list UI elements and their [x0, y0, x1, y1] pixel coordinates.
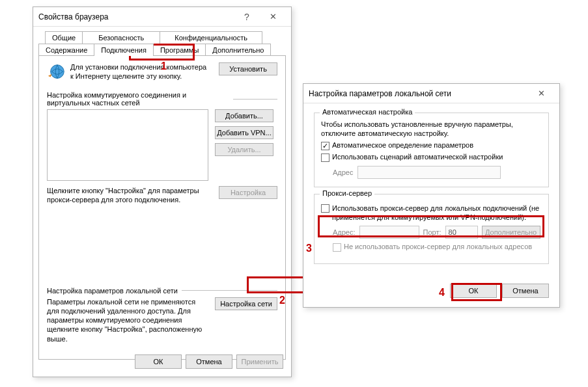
dialog-buttons: ОК Отмена — [450, 284, 549, 298]
close-button[interactable]: ✕ — [260, 8, 286, 26]
titlebar: Настройка параметров локальной сети ✕ — [303, 84, 559, 103]
tab-connections[interactable]: Подключения — [94, 44, 154, 56]
divider — [182, 290, 277, 291]
lan-label: Настройка параметров локальной сети — [47, 287, 178, 295]
use-script-label: Использовать сценарий автоматической нас… — [332, 153, 503, 161]
internet-properties-window: Свойства браузера ? ✕ Общие Безопасность… — [33, 7, 292, 377]
cancel-button[interactable]: Отмена — [186, 354, 232, 369]
help-button[interactable]: ? — [234, 8, 260, 26]
tabs-container: Общие Безопасность Конфиденциальность Со… — [33, 27, 291, 360]
script-address-input[interactable] — [357, 166, 501, 179]
tab-security[interactable]: Безопасность — [82, 31, 160, 44]
use-proxy-checkbox[interactable] — [321, 204, 329, 213]
auto-detect-label: Автоматическое определение параметров — [332, 141, 473, 149]
proxy-port-label: Порт: — [423, 228, 441, 236]
bypass-local-label: Не использовать прокси-сервер для локаль… — [344, 243, 532, 250]
advanced-button[interactable]: Дополнительно — [482, 226, 540, 239]
connections-listbox[interactable] — [47, 109, 208, 181]
lan-section: Настройка параметров локальной сети Пара… — [47, 287, 277, 343]
use-script-checkbox[interactable] — [321, 153, 329, 162]
window-body: Автоматическая настройка Чтобы использов… — [303, 103, 559, 307]
window-title: Свойства браузера — [38, 12, 234, 21]
add-button[interactable]: Добавить... — [215, 109, 273, 122]
dialup-label: Настройка коммутируемого соединения и ви… — [47, 91, 229, 107]
remove-button[interactable]: Удалить... — [215, 143, 273, 156]
tabs-row-1: Общие Безопасность Конфиденциальность — [38, 31, 286, 43]
settings-hint: Щелкните кнопку "Настройка" для параметр… — [47, 186, 203, 205]
lan-hint: Параметры локальной сети не применяются … — [47, 297, 203, 343]
script-address-label: Адрес — [333, 168, 354, 176]
tab-privacy[interactable]: Конфиденциальность — [160, 31, 262, 44]
callout-4: 4 — [439, 287, 445, 299]
ok-button[interactable]: ОК — [450, 284, 497, 298]
tab-programs[interactable]: Программы — [153, 44, 206, 56]
titlebar: Свойства браузера ? ✕ — [33, 7, 291, 27]
dialup-section: Настройка коммутируемого соединения и ви… — [47, 91, 277, 205]
use-proxy-label: Использовать прокси-сервер для локальных… — [332, 204, 542, 222]
tab-advanced[interactable]: Дополнительно — [205, 44, 271, 56]
callout-3: 3 — [306, 243, 312, 254]
auto-detect-checkbox[interactable] — [321, 142, 329, 150]
setup-row: Для установки подключения компьютера к И… — [47, 62, 277, 82]
proxy-address-input[interactable] — [359, 226, 419, 239]
auto-text: Чтобы использовать установленные вручную… — [321, 120, 542, 139]
svg-point-0 — [51, 65, 64, 79]
tab-panel-connections: Для установки подключения компьютера к И… — [38, 55, 286, 360]
dialog-buttons: ОК Отмена Применить — [135, 354, 283, 369]
proxy-legend: Прокси-сервер — [320, 189, 374, 197]
window-title: Настройка параметров локальной сети — [309, 89, 528, 98]
install-button[interactable]: Установить — [219, 62, 277, 75]
apply-button[interactable]: Применить — [236, 354, 283, 369]
auto-config-group: Автоматическая настройка Чтобы использов… — [314, 113, 549, 187]
ok-button[interactable]: ОК — [135, 354, 182, 369]
proxy-address-label: Адрес: — [333, 228, 356, 236]
connection-settings-button[interactable]: Настройка — [219, 186, 277, 199]
tabs-row-2: Содержание Подключения Программы Дополни… — [38, 43, 286, 55]
close-button[interactable]: ✕ — [528, 85, 554, 103]
auto-config-legend: Автоматическая настройка — [320, 108, 415, 116]
tab-general[interactable]: Общие — [45, 31, 83, 44]
divider — [233, 99, 277, 100]
proxy-group: Прокси-сервер Использовать прокси-сервер… — [314, 194, 549, 265]
add-vpn-button[interactable]: Добавить VPN... — [215, 126, 273, 139]
lan-settings-window: Настройка параметров локальной сети ✕ Ав… — [303, 83, 560, 308]
bypass-local-checkbox[interactable] — [333, 243, 341, 252]
tab-content[interactable]: Содержание — [38, 44, 94, 56]
proxy-port-input[interactable] — [445, 226, 478, 239]
setup-text: Для установки подключения компьютера к И… — [70, 62, 207, 81]
lan-settings-button[interactable]: Настройка сети — [215, 297, 277, 310]
cancel-button[interactable]: Отмена — [502, 284, 549, 298]
globe-icon — [47, 62, 66, 82]
